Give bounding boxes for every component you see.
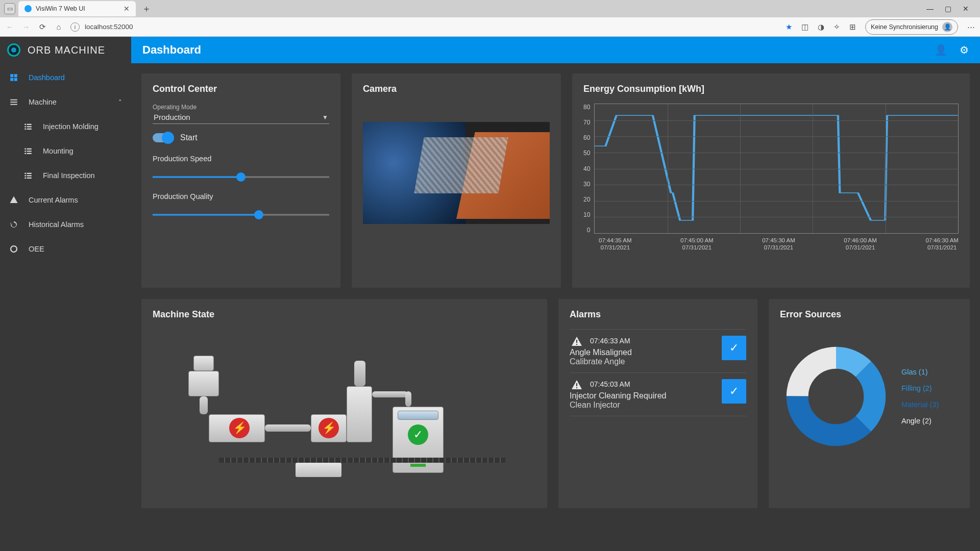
svg-rect-11 xyxy=(24,129,26,130)
sidebar-item-dashboard[interactable]: Dashboard xyxy=(0,65,131,90)
user-icon[interactable]: 👤 xyxy=(935,44,947,56)
start-toggle[interactable] xyxy=(153,133,173,142)
url-field[interactable]: i localhost:52000 xyxy=(70,22,778,32)
svg-rect-16 xyxy=(27,151,32,152)
svg-rect-28 xyxy=(576,383,577,386)
settings-gear-icon[interactable]: ⚙ xyxy=(960,44,969,56)
chevron-down-icon: ▼ xyxy=(322,114,328,121)
new-tab-button[interactable]: ＋ xyxy=(139,3,154,15)
window-maximize-icon[interactable]: ▢ xyxy=(945,5,951,13)
extension-icon[interactable]: ◫ xyxy=(801,22,808,32)
camera-feed-image xyxy=(363,122,550,224)
alarm-row: 07:45:03 AMInjector Cleaning RequiredCle… xyxy=(570,373,746,416)
svg-rect-8 xyxy=(27,124,32,125)
production-quality-slider[interactable] xyxy=(153,209,329,221)
card-title: Error Sources xyxy=(780,309,959,320)
window-close-icon[interactable]: ✕ xyxy=(963,5,969,13)
card-camera: Camera xyxy=(352,73,561,288)
sync-label: Keine Synchronisierung xyxy=(871,23,938,31)
card-machine-state: Machine State ⚡ ⚡ xyxy=(141,299,547,508)
sidebar-item-oee[interactable]: OEE xyxy=(0,237,131,261)
alarm-subtitle: Clean Injector xyxy=(570,400,715,410)
browser-tab[interactable]: VisiWin 7 Web UI ✕ xyxy=(18,1,136,16)
svg-rect-19 xyxy=(24,173,26,174)
sidebar-item-current-alarms[interactable]: Current Alarms xyxy=(0,188,131,212)
x-tick-date: 07/31/2021 xyxy=(764,244,794,251)
tab-overview-button[interactable]: ▭ xyxy=(4,3,15,14)
legend-item: Filling (2) xyxy=(901,384,939,392)
browser-chrome: ▭ VisiWin 7 Web UI ✕ ＋ — ▢ ✕ ← → ⟳ ⌂ i l… xyxy=(0,0,980,37)
sidebar-item-label: Dashboard xyxy=(29,73,65,82)
svg-rect-23 xyxy=(24,178,26,179)
favorite-star-icon[interactable]: ★ xyxy=(786,22,792,32)
x-tick-date: 07/31/2021 xyxy=(601,244,630,251)
svg-rect-27 xyxy=(576,344,577,345)
operating-mode-select[interactable]: Production ▼ xyxy=(153,111,329,124)
site-info-icon[interactable]: i xyxy=(70,22,80,32)
card-energy-consumption: Energy Consumption [kWh] 80 70 60 50 40 … xyxy=(572,73,970,288)
svg-rect-17 xyxy=(24,153,26,154)
svg-rect-29 xyxy=(576,387,577,388)
svg-rect-4 xyxy=(10,99,17,101)
nav-forward-icon[interactable]: → xyxy=(21,22,31,31)
x-tick-time: 07:45:00 AM xyxy=(680,237,714,243)
machine-diagram: ⚡ ⚡ ✓ xyxy=(153,330,536,493)
nav-refresh-icon[interactable]: ⟳ xyxy=(38,22,47,32)
sidebar-item-historical-alarms[interactable]: Historical Alarms xyxy=(0,212,131,237)
legend-item: Material (3) xyxy=(901,400,939,409)
sidebar-item-final-inspection[interactable]: Final Inspection xyxy=(0,163,131,188)
list-icon xyxy=(23,122,34,131)
start-label: Start xyxy=(180,133,198,142)
x-tick-time: 07:45:30 AM xyxy=(762,237,795,243)
sync-profile-button[interactable]: Keine Synchronisierung 👤 xyxy=(865,19,958,35)
tracking-icon[interactable]: ◑ xyxy=(818,22,824,32)
card-title: Control Center xyxy=(153,84,329,94)
sidebar-item-mounting[interactable]: Mounting xyxy=(0,139,131,163)
sidebar-item-machine[interactable]: Machine ˄ xyxy=(0,90,131,114)
window-minimize-icon[interactable]: — xyxy=(926,5,934,13)
sidebar-item-label: Current Alarms xyxy=(29,196,78,204)
error-sources-legend: Glas (1)Filling (2)Material (3)Angle (2) xyxy=(901,368,939,425)
page-title: Dashboard xyxy=(142,43,201,57)
x-tick-time: 07:44:35 AM xyxy=(599,237,632,243)
y-tick: 40 xyxy=(583,165,590,172)
browser-menu-icon[interactable]: ⋯ xyxy=(967,22,975,32)
sidebar-item-injection-molding[interactable]: Injection Molding xyxy=(0,114,131,139)
y-tick: 70 xyxy=(583,119,590,126)
svg-rect-9 xyxy=(24,126,26,127)
favorites-bar-icon[interactable]: ✧ xyxy=(834,22,840,32)
y-tick: 60 xyxy=(583,134,590,141)
nav-home-icon[interactable]: ⌂ xyxy=(54,22,63,31)
svg-rect-18 xyxy=(27,153,32,154)
sidebar-item-label: Historical Alarms xyxy=(29,220,84,229)
brand-row: ORB MACHINE xyxy=(0,37,131,63)
svg-rect-14 xyxy=(27,148,32,149)
dashboard-icon xyxy=(9,73,19,82)
alarm-acknowledge-button[interactable]: ✓ xyxy=(722,336,746,360)
svg-rect-20 xyxy=(27,173,32,174)
list-icon xyxy=(23,146,34,156)
y-tick: 30 xyxy=(583,181,590,188)
card-control-center: Control Center Operating Mode Production… xyxy=(141,73,340,288)
status-ok-icon: ✓ xyxy=(408,424,428,445)
warning-icon xyxy=(9,195,19,205)
warning-icon xyxy=(570,336,584,348)
browser-address-bar: ← → ⟳ ⌂ i localhost:52000 ★ ◫ ◑ ✧ ⊞ Kein… xyxy=(0,17,980,37)
nav-back-icon[interactable]: ← xyxy=(5,22,14,31)
svg-rect-15 xyxy=(24,151,26,152)
y-tick: 10 xyxy=(583,211,590,218)
collections-icon[interactable]: ⊞ xyxy=(849,22,856,32)
list-icon xyxy=(23,171,34,180)
y-tick: 0 xyxy=(587,227,591,234)
production-speed-slider[interactable] xyxy=(153,171,329,183)
close-tab-icon[interactable]: ✕ xyxy=(124,5,130,13)
alarm-acknowledge-button[interactable]: ✓ xyxy=(722,379,746,404)
y-tick: 80 xyxy=(583,104,590,111)
svg-rect-7 xyxy=(24,124,26,125)
alarm-title: Angle Misaligned xyxy=(570,348,715,357)
sidebar: ORB MACHINE Dashboard Machine ˄ Injectio… xyxy=(0,37,131,551)
energy-chart-plot xyxy=(594,104,959,234)
legend-item: Glas (1) xyxy=(901,368,939,376)
x-tick-time: 07:46:00 AM xyxy=(844,237,877,243)
brand-logo-icon xyxy=(7,43,20,57)
